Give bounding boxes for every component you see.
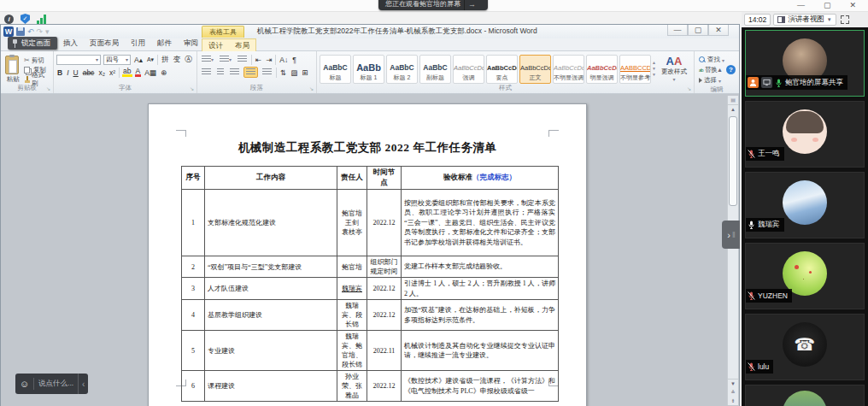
align-center-button[interactable] (215, 68, 226, 77)
chat-input[interactable]: 说点什么... (34, 379, 78, 389)
dialog-launcher-icon[interactable]: ↘ (190, 85, 194, 91)
italic-button[interactable]: I (66, 68, 69, 77)
character-border-icon[interactable]: Ⓐ (184, 55, 193, 65)
select-button[interactable]: 选择▾ (697, 75, 726, 85)
format-painter-button[interactable]: 格式刷 (22, 74, 50, 84)
minimize-icon[interactable]: — (797, 1, 805, 9)
align-left-button[interactable] (200, 68, 213, 77)
fullscreen-icon[interactable] (841, 15, 849, 24)
undo-icon[interactable]: ↶ (27, 28, 34, 36)
numbering-button[interactable]: ▾ (218, 55, 233, 64)
participant-tile[interactable]: 魏瑞宾 (745, 172, 865, 238)
participant-tile[interactable] (745, 385, 865, 406)
highlight-color-button[interactable]: ab (122, 68, 132, 77)
scroll-down-icon[interactable]: ▼ (728, 380, 738, 388)
close-icon[interactable]: ✕ (849, 1, 856, 9)
dialog-launcher-icon[interactable]: ↘ (687, 85, 691, 91)
chat-bar[interactable]: ☺ 说点什么... ‹ (15, 374, 88, 394)
show-marks-icon[interactable]: ¶ (291, 56, 297, 64)
word-scrollbar[interactable]: ▤ ▲ ▼ ≛ ⇟ (727, 96, 738, 405)
font-color-button[interactable]: A (135, 68, 142, 77)
participant-tile-sharing[interactable]: 鲍官培的屏幕共享 (745, 30, 865, 97)
previous-page-icon[interactable]: ≛ (728, 388, 738, 397)
ruler-toggle-icon[interactable]: ▤ (728, 96, 738, 105)
participant-tile[interactable]: ☎ lulu (745, 314, 865, 380)
font-size-combobox[interactable]: 四号▾ (103, 55, 131, 65)
word-logo-icon[interactable]: W (3, 26, 14, 37)
decrease-indent-icon[interactable]: ⇤ (255, 56, 262, 64)
bullets-button[interactable]: ▾ (200, 55, 215, 64)
qat-dropdown-icon[interactable]: ▾ (45, 28, 50, 36)
change-styles-button[interactable]: AA 更改样式 ▾ (657, 53, 691, 84)
borders-icon[interactable]: ⊞ (301, 68, 308, 77)
participant-tile[interactable]: 王一鸣 (745, 101, 865, 168)
tab-review[interactable]: 审阅 (178, 37, 204, 50)
view-mode-button[interactable]: 演讲者视图 ▼ (773, 14, 836, 26)
style-item[interactable]: AaBbCcDd不明显强调 (553, 55, 584, 84)
shield-icon[interactable]: ✓ (21, 14, 30, 24)
change-case-icon[interactable]: 变 (173, 55, 182, 65)
strikethrough-button[interactable]: abc (82, 68, 96, 77)
document-page[interactable]: 机械制造工程系教工党支部 2022 年工作任务清单 序号 工作内容 责任人 时间… (148, 103, 587, 406)
underline-button[interactable]: U (73, 68, 79, 77)
font-name-combobox[interactable]: ▾ (56, 55, 101, 65)
shading-icon[interactable]: ▨ (290, 68, 298, 77)
style-item[interactable]: AaBbC标题 (320, 55, 351, 84)
exit-share-icon[interactable]: → (464, 0, 479, 10)
emoji-icon[interactable]: ☺ (15, 379, 33, 389)
word-close-icon[interactable]: ✕ (708, 25, 729, 36)
style-item[interactable]: AaBb标题 1 (353, 55, 384, 84)
find-button[interactable]: 查找▾ (697, 55, 726, 65)
participant-tile[interactable]: YUZHEN (745, 243, 865, 309)
maximize-icon[interactable]: ▢ (824, 1, 831, 9)
cut-button[interactable]: ✂剪切 (22, 56, 50, 65)
sidebar-collapse-handle[interactable]: ›‖ (722, 221, 740, 249)
increase-indent-icon[interactable]: ⇥ (265, 56, 273, 64)
info-icon[interactable]: i (4, 15, 14, 24)
tab-page-layout[interactable]: 页面布局 (84, 37, 125, 50)
style-item[interactable]: AaBbC副标题 (419, 55, 451, 84)
scrollbar-thumb[interactable] (729, 116, 737, 206)
tab-table-design[interactable]: 设计 (202, 39, 229, 51)
justify-button[interactable] (243, 67, 258, 78)
character-shading-icon[interactable]: A▦ (144, 68, 157, 77)
sort-icon[interactable]: A↓ (279, 56, 289, 64)
minimize-ribbon-icon[interactable]: ▲ (717, 67, 723, 73)
style-gallery-scroll[interactable]: ▲▼▼ (651, 53, 657, 84)
style-item-selected[interactable]: AaBbCcDd正文 (519, 55, 551, 84)
style-item[interactable]: AaBbCcDc明显强调 (586, 55, 618, 84)
superscript-button[interactable]: x² (108, 68, 116, 77)
enclose-characters-icon[interactable]: ⊕ (160, 68, 167, 77)
style-item[interactable]: AaBbC标题 2 (386, 55, 418, 84)
style-item[interactable]: AaBbCcDd强调 (453, 55, 484, 84)
tab-insert[interactable]: 插入 (57, 37, 84, 50)
paste-button[interactable]: 粘贴 (3, 53, 22, 84)
word-maximize-icon[interactable]: ▢ (688, 25, 708, 36)
scroll-up-icon[interactable]: ▲ (728, 105, 738, 114)
grow-font-icon[interactable]: A▴ (133, 56, 144, 64)
pinyin-guide-icon[interactable]: 拼 (161, 55, 170, 65)
redo-icon[interactable]: ↷ (37, 28, 44, 36)
next-page-icon[interactable]: ⇟ (728, 397, 738, 405)
help-icon[interactable]: ? (726, 65, 736, 74)
dialog-launcher-icon[interactable]: ↘ (46, 85, 50, 91)
tab-table-layout[interactable]: 布局 (229, 39, 255, 51)
dialog-launcher-icon[interactable]: ↘ (309, 85, 314, 91)
collapse-chat-icon[interactable]: ‹ (78, 374, 88, 394)
style-item[interactable]: AABBCCDD不明显参考 (619, 55, 651, 84)
word-window: W ↶ ↷ ▾ 表格工具 机械工程学院教工党支部2022年工作任务清单-机械系教… (0, 24, 740, 406)
distribute-button[interactable] (261, 68, 273, 77)
tab-references[interactable]: 引用 (125, 37, 151, 50)
tab-mailings[interactable]: 邮件 (151, 37, 178, 50)
mic-muted-icon (748, 149, 755, 159)
style-item[interactable]: AaBbCcDc要点 (486, 55, 518, 84)
line-spacing-icon[interactable]: ⇅ (279, 68, 287, 77)
word-minimize-icon[interactable]: — (667, 25, 688, 36)
multilevel-list-button[interactable] (236, 55, 249, 64)
align-right-button[interactable] (228, 68, 241, 77)
network-signal-icon[interactable] (37, 15, 46, 24)
shrink-font-icon[interactable]: A▾ (146, 56, 155, 63)
save-icon[interactable] (16, 27, 25, 36)
bold-button[interactable]: B (56, 68, 63, 77)
subscript-button[interactable]: x₂ (97, 68, 106, 77)
